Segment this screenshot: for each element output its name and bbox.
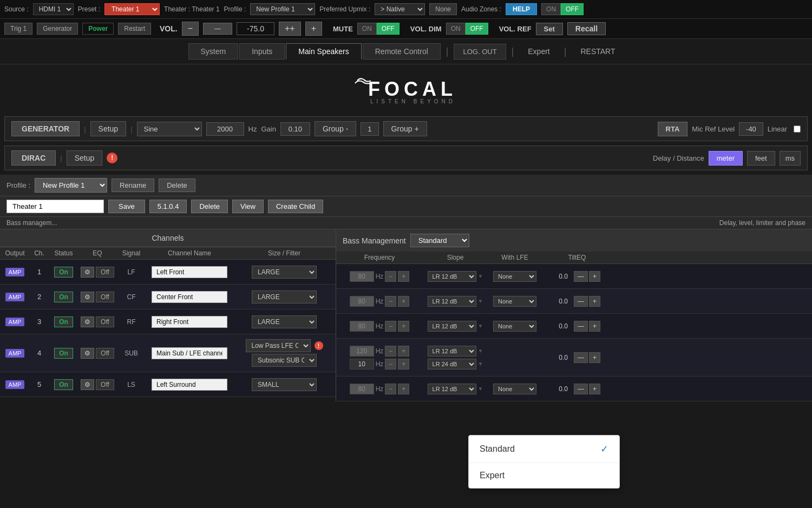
eq-off-button[interactable]: Off bbox=[96, 292, 114, 302]
save-button[interactable]: Save bbox=[108, 200, 145, 213]
freq-plus-1[interactable]: + bbox=[398, 346, 409, 357]
source-select[interactable]: HDMI 1 bbox=[33, 3, 74, 15]
dim-on-button[interactable]: ON bbox=[446, 23, 466, 35]
group-plus-button[interactable]: Group + bbox=[383, 121, 427, 136]
group-minus-button[interactable]: Group - bbox=[315, 121, 356, 136]
generator-setup-button[interactable]: Setup bbox=[90, 121, 127, 136]
ch-on-button[interactable]: On bbox=[54, 379, 73, 390]
mute-off-button[interactable]: OFF bbox=[377, 23, 400, 35]
create-child-button[interactable]: Create Child bbox=[268, 200, 323, 213]
size-select[interactable]: LARGE bbox=[252, 266, 317, 279]
tilt-minus-button[interactable]: — bbox=[574, 321, 588, 332]
lfe-select[interactable]: None bbox=[493, 321, 536, 332]
main-on-button[interactable]: ON bbox=[541, 3, 561, 15]
slope-select-2[interactable]: LR 24 dB bbox=[428, 359, 476, 370]
bm-section-select[interactable]: Standard bbox=[410, 234, 469, 247]
size-select[interactable]: LARGE bbox=[252, 291, 317, 304]
dirac-setup-button[interactable]: Setup bbox=[67, 150, 103, 166]
tilt-plus-button[interactable]: + bbox=[589, 352, 600, 363]
generator-hz-input[interactable]: 2000 bbox=[206, 122, 244, 136]
eq-gear-button[interactable]: ⚙ bbox=[81, 379, 94, 390]
ch-on-button[interactable]: On bbox=[54, 316, 73, 327]
eq-off-button[interactable]: Off bbox=[96, 379, 114, 390]
format-button[interactable]: 5.1.0.4 bbox=[149, 200, 187, 213]
rta-button[interactable]: RTA bbox=[658, 122, 688, 136]
dirac-button[interactable]: DIRAC bbox=[11, 150, 56, 166]
logout-button[interactable]: LOG. OUT bbox=[454, 44, 506, 60]
ch-name-input[interactable] bbox=[152, 291, 227, 303]
view-button[interactable]: View bbox=[232, 200, 264, 213]
tab-remote-control[interactable]: Remote Control bbox=[363, 43, 441, 60]
eq-gear-button[interactable]: ⚙ bbox=[81, 316, 94, 327]
help-button[interactable]: HELP bbox=[506, 3, 537, 15]
freq-plus-button[interactable]: + bbox=[398, 321, 409, 332]
freq-minus-2[interactable]: − bbox=[385, 359, 396, 370]
dropdown-item-expert[interactable]: Expert bbox=[469, 463, 619, 488]
dim-off-button[interactable]: OFF bbox=[466, 23, 488, 35]
recall-button[interactable]: Recall bbox=[567, 22, 606, 35]
profile-bar-select[interactable]: New Profile 1 bbox=[35, 178, 107, 193]
eq-gear-button[interactable]: ⚙ bbox=[81, 348, 94, 359]
profile-select-top[interactable]: New Profile 1 bbox=[250, 3, 315, 15]
vol-plus-button[interactable]: + bbox=[305, 22, 322, 36]
linear-checkbox[interactable] bbox=[794, 126, 801, 133]
ch-name-input[interactable] bbox=[152, 347, 227, 359]
lfe-select[interactable]: None bbox=[493, 271, 536, 282]
freq-input-2[interactable] bbox=[350, 359, 374, 370]
freq-minus-button[interactable]: − bbox=[385, 321, 396, 332]
restart-button[interactable]: Restart bbox=[118, 23, 151, 35]
main-off-button[interactable]: OFF bbox=[561, 3, 584, 15]
tilt-minus-button[interactable]: — bbox=[574, 296, 588, 307]
tab-inputs[interactable]: Inputs bbox=[239, 43, 285, 60]
tab-main-speakers[interactable]: Main Speakers bbox=[286, 43, 361, 60]
tab-system[interactable]: System bbox=[188, 43, 239, 60]
freq-plus-button[interactable]: + bbox=[398, 271, 409, 282]
size-select[interactable]: LARGE bbox=[252, 315, 317, 328]
lfe-select[interactable]: None bbox=[493, 296, 536, 307]
gain-input[interactable] bbox=[280, 122, 310, 136]
tilt-plus-button[interactable]: + bbox=[589, 271, 600, 282]
freq-minus-button[interactable]: − bbox=[385, 271, 396, 282]
freq-plus-2[interactable]: + bbox=[398, 359, 409, 370]
meter-button[interactable]: meter bbox=[709, 151, 743, 166]
theater-name-input[interactable] bbox=[6, 200, 104, 213]
slope-select[interactable]: LR 12 dB bbox=[428, 321, 476, 332]
tilt-plus-button[interactable]: + bbox=[589, 384, 600, 394]
slope-select[interactable]: LR 12 dB bbox=[428, 384, 476, 394]
mute-on-button[interactable]: ON bbox=[357, 23, 377, 35]
freq-minus-button[interactable]: − bbox=[385, 296, 396, 307]
slope-select[interactable]: LR 12 dB bbox=[428, 296, 476, 307]
vol-plusplus-button[interactable]: ++ bbox=[279, 22, 301, 36]
set-button[interactable]: Set bbox=[536, 23, 563, 35]
vol-minus-button[interactable]: − bbox=[182, 22, 199, 36]
ch-name-input[interactable] bbox=[152, 266, 227, 278]
size-select[interactable]: SMALL bbox=[252, 378, 317, 391]
size-select-2[interactable]: Subsonic SUB ON bbox=[252, 354, 317, 367]
tilt-plus-button[interactable]: + bbox=[589, 296, 600, 307]
freq-minus-1[interactable]: − bbox=[385, 346, 396, 357]
ch-on-button[interactable]: On bbox=[54, 267, 73, 278]
eq-off-button[interactable]: Off bbox=[96, 267, 114, 278]
none-button[interactable]: None bbox=[429, 3, 457, 15]
ch-name-input[interactable] bbox=[152, 379, 227, 391]
slope-select-1[interactable]: LR 12 dB bbox=[428, 346, 476, 357]
nav-restart-button[interactable]: RESTART bbox=[572, 44, 624, 59]
power-button[interactable]: Power bbox=[82, 23, 114, 35]
profile-delete-button[interactable]: Delete bbox=[159, 179, 195, 192]
upmix-select[interactable]: > Native bbox=[375, 3, 425, 15]
lfe-select[interactable]: None bbox=[493, 384, 536, 394]
vol-dash-button[interactable]: — bbox=[203, 23, 232, 35]
ch-name-input[interactable] bbox=[152, 316, 227, 328]
dropdown-item-standard[interactable]: Standard ✓ bbox=[469, 436, 619, 463]
eq-gear-button[interactable]: ⚙ bbox=[81, 292, 94, 302]
tilt-minus-button[interactable]: — bbox=[574, 271, 588, 282]
ms-button[interactable]: ms bbox=[780, 151, 801, 166]
ch-on-button[interactable]: On bbox=[54, 292, 73, 302]
feet-button[interactable]: feet bbox=[747, 151, 775, 166]
ch-on-button[interactable]: On bbox=[54, 348, 73, 359]
freq-plus-button[interactable]: + bbox=[398, 296, 409, 307]
eq-off-button[interactable]: Off bbox=[96, 316, 114, 327]
theater-delete-button[interactable]: Delete bbox=[191, 200, 228, 213]
trig1-button[interactable]: Trig 1 bbox=[4, 23, 32, 35]
preset-select[interactable]: Theater 1 bbox=[104, 3, 160, 15]
